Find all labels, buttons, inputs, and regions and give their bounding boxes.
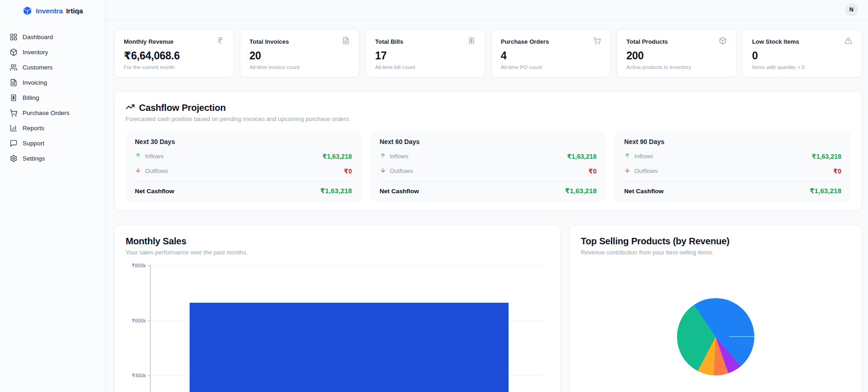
dashboard-grid-icon	[10, 33, 17, 41]
cashflow-period-card: Next 60 Days Inflows ₹1,63,218 Outflows …	[370, 131, 606, 202]
package-icon	[10, 48, 17, 56]
cashflow-subtitle: Forecasted cash position based on pendin…	[126, 115, 851, 122]
net-cashflow-value: ₹1,63,218	[565, 187, 597, 195]
stat-card-subtitle: All-time invoice count	[249, 64, 350, 70]
dashboard-content: Monthly Revenue ₹6,64,068.6 For the curr…	[105, 20, 868, 392]
outflows-label: Outflows	[390, 167, 413, 174]
charts-row: Monthly Sales Your sales performance ove…	[114, 225, 862, 392]
outflows-label: Outflows	[145, 167, 168, 174]
cashflow-section: Cashflow Projection Forecasted cash posi…	[114, 92, 862, 211]
pie-wrap	[581, 298, 851, 375]
stat-card-value: ₹6,64,068.6	[124, 50, 224, 62]
stat-card-subtitle: All-time PO count	[501, 64, 601, 70]
sidebar-item-label: Purchase Orders	[23, 109, 69, 117]
cashflow-title: Cashflow Projection	[139, 103, 226, 113]
net-cashflow-label: Net Cashflow	[380, 188, 419, 195]
brand-name-secondary: Irtiqa	[66, 7, 83, 15]
cashflow-period-card: Next 90 Days Inflows ₹1,63,218 Outflows …	[615, 131, 851, 202]
stat-card-title: Purchase Orders	[501, 38, 549, 45]
sales-bar[interactable]	[190, 303, 509, 392]
sidebar: Inventra Irtiqa Dashboard Inventory Cust…	[0, 0, 105, 392]
bar-chart-icon	[10, 124, 17, 132]
cashflow-periods: Next 30 Days Inflows ₹1,63,218 Outflows …	[126, 131, 851, 202]
outflows-value: ₹0	[344, 167, 352, 175]
y-tick-label: ₹800k	[126, 263, 146, 269]
sidebar-item-label: Customers	[23, 63, 52, 71]
y-tick-label: ₹400k	[126, 373, 146, 379]
stat-card-subtitle: Active products in inventory	[626, 64, 727, 70]
stat-card-total-bills: Total Bills 17 All-time bill count	[365, 29, 485, 77]
sidebar-item-label: Reports	[23, 124, 44, 132]
sidebar-item-label: Billing	[23, 94, 39, 102]
sidebar-item-purchase-orders[interactable]: Purchase Orders	[2, 105, 103, 121]
sidebar-item-dashboard[interactable]: Dashboard	[2, 29, 103, 45]
divider	[380, 181, 597, 182]
arrow-up-icon	[380, 152, 386, 160]
sidebar-item-label: Invoicing	[23, 79, 47, 86]
outflows-value: ₹0	[589, 167, 597, 175]
inflows-value: ₹1,63,218	[567, 153, 596, 160]
user-avatar[interactable]: N	[845, 3, 858, 16]
brand: Inventra Irtiqa	[0, 0, 105, 16]
inflows-label: Inflows	[145, 153, 163, 160]
stat-card-value: 200	[626, 50, 727, 62]
stat-card-subtitle: All-time bill count	[375, 64, 475, 70]
monthly-sales-subtitle: Your sales performance over the past mon…	[126, 249, 549, 256]
sidebar-item-label: Settings	[23, 155, 45, 162]
stat-card-monthly-revenue: Monthly Revenue ₹6,64,068.6 For the curr…	[114, 29, 234, 77]
topbar: N	[105, 0, 868, 20]
outflows-value: ₹0	[833, 167, 841, 175]
top-products-subtitle: Revenue contribution from your best-sell…	[581, 249, 851, 256]
gridline	[150, 265, 543, 266]
sidebar-item-reports[interactable]: Reports	[2, 121, 103, 136]
sidebar-item-label: Dashboard	[23, 33, 53, 41]
net-cashflow-value: ₹1,63,218	[320, 187, 352, 195]
file-text-icon	[342, 37, 350, 46]
stat-card-purchase-orders: Purchase Orders 4 All-time PO count	[491, 29, 611, 77]
sidebar-item-billing[interactable]: Billing	[2, 90, 103, 105]
arrow-down-icon	[135, 167, 141, 175]
divider	[135, 181, 352, 182]
sidebar-item-inventory[interactable]: Inventory	[2, 45, 103, 60]
arrow-up-icon	[624, 152, 631, 160]
net-cashflow-value: ₹1,63,218	[810, 187, 841, 195]
monthly-sales-title: Monthly Sales	[126, 236, 549, 247]
net-cashflow-label: Net Cashflow	[624, 188, 664, 195]
stat-card-title: Low Stock Items	[752, 38, 799, 45]
stat-card-low-stock-items: Low Stock Items 0 Items with quantity < …	[742, 29, 862, 77]
sidebar-item-settings[interactable]: Settings	[2, 151, 103, 166]
monthly-sales-bar-chart: ₹800k₹600k₹400k	[126, 262, 549, 392]
sidebar-item-label: Support	[23, 139, 44, 147]
sidebar-item-customers[interactable]: Customers	[2, 60, 103, 75]
top-products-pie-chart[interactable]	[677, 298, 754, 375]
indian-rupee-icon	[216, 37, 224, 46]
y-axis-line	[150, 265, 150, 392]
shopping-cart-icon	[593, 37, 601, 46]
cashflow-period-card: Next 30 Days Inflows ₹1,63,218 Outflows …	[126, 131, 361, 202]
y-tick-label: ₹600k	[126, 317, 146, 323]
stat-card-title: Total Bills	[375, 38, 403, 45]
stat-card-title: Monthly Revenue	[124, 38, 174, 45]
net-cashflow-label: Net Cashflow	[135, 188, 174, 195]
stat-card-title: Total Invoices	[249, 38, 289, 45]
inflows-label: Inflows	[634, 153, 653, 160]
receipt-icon	[468, 37, 475, 46]
period-title: Next 30 Days	[135, 138, 352, 145]
main-area: N Monthly Revenue ₹6,64,068.6 For the cu…	[105, 0, 868, 392]
stat-card-value: 0	[752, 50, 852, 62]
trending-up-icon	[126, 102, 135, 113]
app-root: Inventra Irtiqa Dashboard Inventory Cust…	[0, 0, 868, 392]
brand-name-primary: Inventra	[36, 7, 63, 15]
stats-row: Monthly Revenue ₹6,64,068.6 For the curr…	[114, 29, 862, 77]
top-products-title: Top Selling Products (by Revenue)	[581, 236, 851, 247]
sidebar-item-support[interactable]: Support	[2, 136, 103, 151]
stat-card-value: 20	[249, 50, 350, 62]
arrow-down-icon	[380, 167, 386, 175]
stat-card-total-invoices: Total Invoices 20 All-time invoice count	[240, 29, 359, 77]
stat-card-value: 17	[375, 50, 475, 62]
sidebar-item-invoicing[interactable]: Invoicing	[2, 75, 103, 90]
monthly-sales-card: Monthly Sales Your sales performance ove…	[114, 225, 561, 392]
package-icon	[719, 37, 727, 46]
sidebar-item-label: Inventory	[23, 48, 48, 56]
inflows-label: Inflows	[390, 153, 408, 160]
